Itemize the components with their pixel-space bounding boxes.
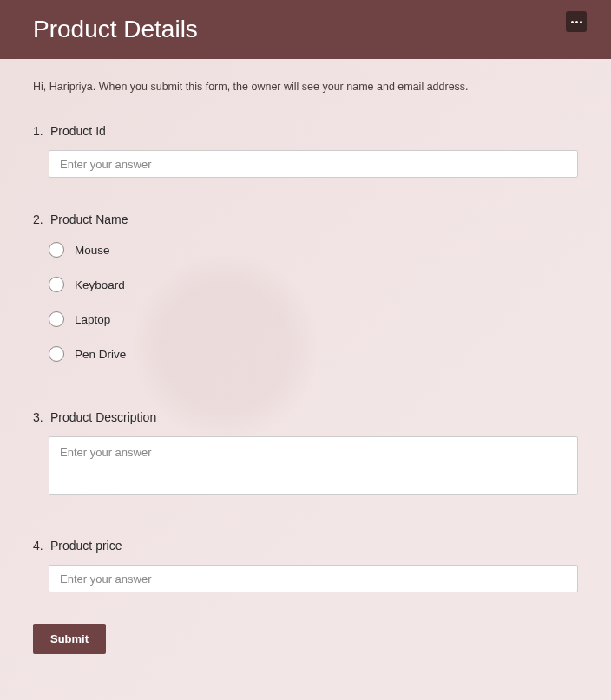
option-keyboard[interactable]: Keyboard bbox=[49, 277, 578, 292]
question-product-description: 3. Product Description bbox=[33, 410, 578, 499]
form-header: Product Details bbox=[0, 0, 611, 59]
question-product-id: 1. Product Id bbox=[33, 124, 578, 178]
form-content: Hi, Haripriya. When you submit this form… bbox=[0, 59, 611, 671]
radio-icon bbox=[49, 277, 64, 292]
product-price-input[interactable] bbox=[49, 565, 578, 592]
question-product-name: 2. Product Name Mouse Keyboard Laptop Pe… bbox=[33, 213, 578, 362]
product-id-input[interactable] bbox=[49, 150, 578, 178]
submit-button[interactable]: Submit bbox=[33, 624, 106, 654]
question-label: Product Id bbox=[50, 124, 106, 138]
option-mouse[interactable]: Mouse bbox=[49, 242, 578, 258]
question-number: 3. bbox=[33, 410, 43, 424]
option-label: Keyboard bbox=[75, 278, 125, 291]
question-number: 1. bbox=[33, 124, 43, 138]
option-label: Pen Drive bbox=[75, 348, 126, 361]
ellipsis-icon bbox=[571, 21, 582, 23]
question-label: Product price bbox=[50, 539, 122, 553]
question-label: Product Name bbox=[50, 213, 128, 226]
more-options-button[interactable] bbox=[566, 11, 587, 32]
privacy-notice: Hi, Haripriya. When you submit this form… bbox=[33, 81, 578, 93]
option-label: Laptop bbox=[75, 313, 110, 326]
question-product-price: 4. Product price bbox=[33, 539, 578, 592]
radio-options: Mouse Keyboard Laptop Pen Drive bbox=[49, 242, 578, 362]
radio-icon bbox=[49, 346, 64, 362]
product-description-input[interactable] bbox=[49, 436, 578, 495]
option-label: Mouse bbox=[75, 244, 110, 257]
question-number: 4. bbox=[33, 539, 43, 553]
radio-icon bbox=[49, 242, 64, 258]
question-number: 2. bbox=[33, 213, 43, 226]
question-label: Product Description bbox=[50, 410, 156, 424]
form-title: Product Details bbox=[33, 16, 198, 43]
radio-icon bbox=[49, 311, 64, 327]
option-pen-drive[interactable]: Pen Drive bbox=[49, 346, 578, 362]
option-laptop[interactable]: Laptop bbox=[49, 311, 578, 327]
